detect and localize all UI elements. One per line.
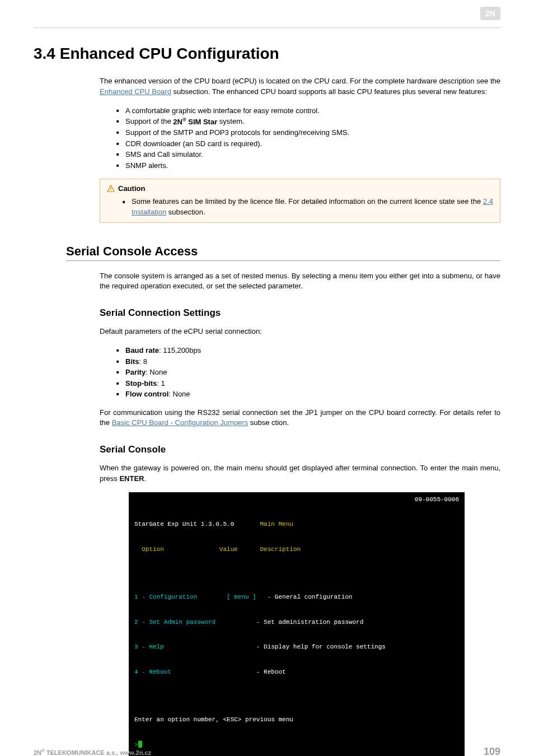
page-header: 2N <box>34 0 500 28</box>
list-item: Flow control: None <box>116 389 500 400</box>
param-label: Bits <box>125 357 139 366</box>
terminal-row-desc: - General configuration <box>256 594 353 600</box>
param-value: : 115,200bps <box>159 346 201 354</box>
list-item: SMS and Call simulator. <box>116 149 500 160</box>
feature-list: A comfortable graphic web interface for … <box>116 105 500 171</box>
text: . <box>144 474 146 483</box>
text: 2N <box>34 749 41 756</box>
section-heading: Serial Console Access <box>66 244 500 261</box>
terminal-row: 2 - Set Admin password <box>134 619 216 626</box>
terminal-row: 1 - Configuration [ menu ] <box>134 594 256 600</box>
brand-text: 2N <box>485 9 495 18</box>
param-value: : None <box>146 368 167 376</box>
terminal-app-title: StarGate Exp Unit 1.3.0.5.0 <box>134 521 234 528</box>
list-item: Support of the SMTP and POP3 protocols f… <box>116 127 500 138</box>
brand-logo: 2N <box>480 7 500 22</box>
terminal-row-desc: - Display help for console settings <box>164 643 386 650</box>
conn-paragraph-2: For communication using the RS232 serial… <box>100 408 500 429</box>
text: When the gateway is powered on, the main… <box>100 464 500 483</box>
caution-callout: Caution Some features can be limited by … <box>100 179 500 223</box>
page-number: 109 <box>484 746 500 756</box>
terminal-row-desc: - Reboot <box>171 669 286 675</box>
intro-paragraph: The enhanced version of the CPU board (e… <box>100 76 500 97</box>
param-label: Parity <box>125 368 146 376</box>
text: 2N <box>173 118 182 126</box>
link-basic-cpu-board[interactable]: Basic CPU Board - Configuration Jumpers <box>112 418 249 427</box>
text: subse ction. <box>248 418 289 427</box>
terminal-col-value: Value <box>219 546 238 553</box>
param-value: : 8 <box>139 357 147 366</box>
text: subsection. The enhanced CPU board suppo… <box>171 87 487 96</box>
callout-item: Some features can be limited by the lice… <box>123 197 493 218</box>
list-item: SNMP alerts. <box>116 160 500 171</box>
list-item: A comfortable graphic web interface for … <box>116 105 500 116</box>
text: Some features can be limited by the lice… <box>132 197 483 206</box>
page-title: 3.4 Enhanced CPU Configuration <box>34 45 500 63</box>
svg-point-2 <box>110 190 111 192</box>
footer-company: 2N® TELEKOMUNIKACE a.s., www.2n.cz <box>34 748 151 756</box>
subsection-heading: Serial Connection Settings <box>100 307 500 319</box>
list-item: Parity: None <box>116 367 500 378</box>
serial-access-paragraph: The console system is arranged as a set … <box>100 271 500 292</box>
text: system. <box>217 118 244 126</box>
link-enhanced-cpu-board[interactable]: Enhanced CPU Board <box>100 87 171 96</box>
terminal-menu-title: Main Menu <box>260 521 293 528</box>
list-item: Baud rate: 115,200bps <box>116 345 500 356</box>
list-item: Support of the 2N® SIM Star system. <box>116 116 500 127</box>
param-label: Baud rate <box>125 346 159 354</box>
text: Support of the <box>125 118 173 126</box>
subsection-heading: Serial Console <box>100 444 500 455</box>
callout-title: Caution <box>118 184 145 194</box>
terminal-serial: 09-0055-0006 <box>415 496 459 504</box>
terminal-prompt-hint: Enter an option number, <ESC> previous m… <box>134 716 459 724</box>
list-item: Stop-bits: 1 <box>116 378 500 389</box>
params-list: Baud rate: 115,200bps Bits: 8 Parity: No… <box>116 345 500 400</box>
terminal-screenshot: 09-0055-0006 StarGate Exp Unit 1.3.0.5.0… <box>129 492 465 756</box>
callout-header: Caution <box>107 184 493 194</box>
text: subsection. <box>166 208 205 216</box>
page-content: 3.4 Enhanced CPU Configuration The enhan… <box>0 28 534 756</box>
param-value: : None <box>168 390 190 398</box>
text: TELEKOMUNIKACE a.s., www.2n.cz <box>45 749 151 756</box>
page-footer: 2N® TELEKOMUNIKACE a.s., www.2n.cz 109 <box>34 746 500 756</box>
terminal-row: 4 - Reboot <box>134 669 171 675</box>
param-label: Stop-bits <box>125 379 157 388</box>
warning-icon <box>107 185 115 193</box>
param-label: Flow control <box>125 390 168 398</box>
terminal-row-desc: - Set administration password <box>216 619 363 626</box>
text: The enhanced version of the CPU board (e… <box>100 77 500 85</box>
conn-paragraph: Default parameters of the eCPU serial co… <box>100 326 500 337</box>
list-item: CDR downloader (an SD card is required). <box>116 138 500 150</box>
console-paragraph: When the gateway is powered on, the main… <box>100 463 500 484</box>
terminal-col-desc: Description <box>260 546 301 553</box>
param-value: : 1 <box>157 379 165 388</box>
list-item: Bits: 8 <box>116 356 500 367</box>
text: SIM Star <box>186 118 218 126</box>
text: ENTER <box>119 474 144 483</box>
terminal-row: 3 - Help <box>134 643 164 650</box>
terminal-col-option: Option <box>134 546 164 553</box>
